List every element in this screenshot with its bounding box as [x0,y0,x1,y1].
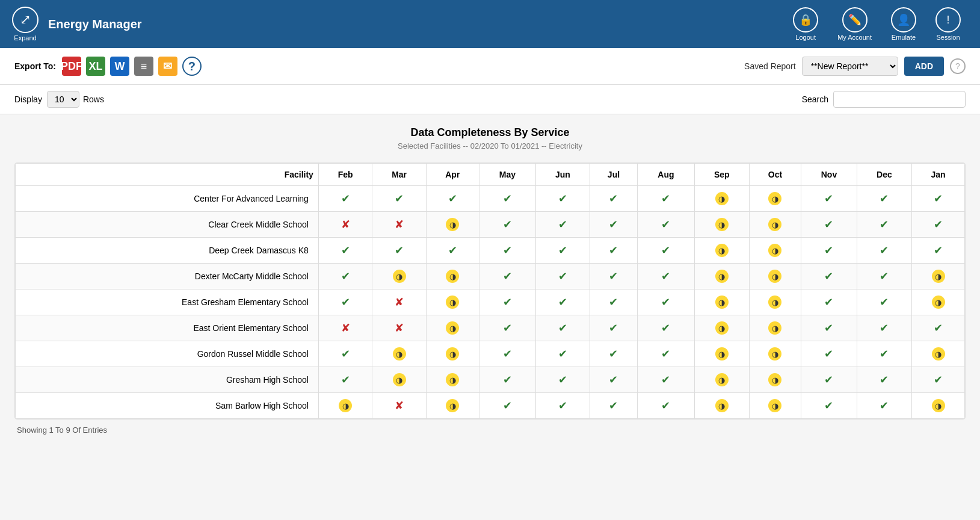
partial-icon: ◑ [715,218,729,231]
saved-report-select[interactable]: **New Report** [802,57,898,76]
export-email-button[interactable]: ✉ [158,57,177,76]
cell-0-8: ◑ [749,186,801,212]
app-title: Energy Manager [48,17,142,31]
cell-4-10: ✔ [857,289,911,315]
col-jul: Jul [590,164,638,186]
check-icon: ✔ [661,400,670,412]
col-facility: Facility [16,164,319,186]
rows-per-page-select[interactable]: 10 25 50 [47,91,79,108]
cell-1-5: ✔ [590,212,638,238]
cell-5-5: ✔ [590,315,638,341]
emulate-button[interactable]: 👤 Emulate [884,2,923,46]
cell-4-7: ◑ [694,289,749,315]
check-icon: ✔ [609,322,618,334]
cell-1-3: ✔ [479,212,535,238]
cell-1-4: ✔ [536,212,590,238]
cross-icon: ✘ [395,218,404,231]
cell-3-0: ✔ [318,264,372,289]
check-icon: ✔ [558,296,567,308]
partial-icon: ◑ [768,218,781,231]
cell-3-6: ✔ [638,264,694,289]
logout-button[interactable]: 🔒 Logout [786,2,825,46]
session-button[interactable]: ! Session [928,2,968,46]
report-subtitle: Selected Facilities -- 02/2020 To 01/202… [14,141,966,150]
cell-7-10: ✔ [857,367,911,393]
cell-7-6: ✔ [638,367,694,393]
my-account-button[interactable]: ✏️ My Account [830,2,879,46]
check-icon: ✔ [880,400,889,412]
check-icon: ✔ [880,218,889,231]
check-icon: ✔ [661,374,670,386]
check-icon: ✔ [448,193,457,205]
search-input[interactable] [833,91,966,108]
col-aug: Aug [638,164,694,186]
cell-6-8: ◑ [749,341,801,367]
rows-label: Rows [83,94,104,104]
check-icon: ✔ [503,348,512,360]
add-button[interactable]: ADD [904,57,944,76]
check-icon: ✔ [609,400,618,412]
check-icon: ✔ [341,348,350,360]
check-icon: ✔ [503,218,512,231]
cell-8-10: ✔ [857,393,911,419]
cell-2-8: ◑ [749,238,801,264]
expand-icon: ⤢ [12,7,39,33]
cell-facility: Sam Barlow High School [16,393,319,419]
cell-1-7: ◑ [694,212,749,238]
expand-button[interactable]: ⤢ Expand [12,7,39,42]
help-icon[interactable]: ? [950,58,966,74]
cell-3-3: ✔ [479,264,535,289]
partial-icon: ◑ [393,270,406,283]
partial-icon: ◑ [932,296,945,309]
header-right: 🔒 Logout ✏️ My Account 👤 Emulate ! Sessi… [786,2,968,46]
partial-icon: ◑ [715,399,729,412]
table-row: Dexter McCarty Middle School✔◑◑✔✔✔✔◑◑✔✔◑ [16,264,965,289]
check-icon: ✔ [824,400,833,412]
col-jan: Jan [912,164,965,186]
check-icon: ✔ [824,244,833,256]
table-header-row: Facility Feb Mar Apr May Jun Jul Aug Sep… [16,164,965,186]
partial-icon: ◑ [715,321,729,335]
export-pdf-button[interactable]: PDF [62,57,81,76]
check-icon: ✔ [448,244,457,256]
check-icon: ✔ [503,400,512,412]
table-row: Center For Advanced Learning✔✔✔✔✔✔✔◑◑✔✔✔ [16,186,965,212]
cell-facility: East Gresham Elementary School [16,289,319,315]
check-icon: ✔ [558,244,567,256]
cell-4-9: ✔ [801,289,857,315]
cell-7-7: ◑ [694,367,749,393]
cell-2-11: ✔ [912,238,965,264]
toolbar-right: Saved Report **New Report** ADD ? [744,57,966,76]
cell-5-11: ✔ [912,315,965,341]
cell-3-5: ✔ [590,264,638,289]
check-icon: ✔ [880,270,889,282]
cell-8-11: ◑ [912,393,965,419]
cell-3-8: ◑ [749,264,801,289]
cell-2-1: ✔ [372,238,427,264]
export-word-button[interactable]: W [110,57,129,76]
toolbar: Export To: PDF XL W ≡ ✉ ? Saved Report *… [0,48,980,85]
cell-8-5: ✔ [590,393,638,419]
cell-4-3: ✔ [479,289,535,315]
cross-icon: ✘ [395,400,404,412]
check-icon: ✔ [503,322,512,334]
check-icon: ✔ [341,244,350,256]
cell-6-6: ✔ [638,341,694,367]
cell-7-2: ◑ [426,367,479,393]
cell-0-0: ✔ [318,186,372,212]
check-icon: ✔ [880,296,889,308]
export-text-button[interactable]: ≡ [134,57,153,76]
table-row: Deep Creek Damascus K8✔✔✔✔✔✔✔◑◑✔✔✔ [16,238,965,264]
cell-0-2: ✔ [426,186,479,212]
partial-icon: ◑ [768,347,781,361]
export-excel-button[interactable]: XL [86,57,105,76]
cell-8-7: ◑ [694,393,749,419]
cell-6-11: ◑ [912,341,965,367]
cell-4-5: ✔ [590,289,638,315]
cell-7-4: ✔ [536,367,590,393]
partial-icon: ◑ [446,270,459,283]
export-help-button[interactable]: ? [182,57,202,76]
check-icon: ✔ [341,193,350,205]
cell-7-3: ✔ [479,367,535,393]
cell-5-7: ◑ [694,315,749,341]
